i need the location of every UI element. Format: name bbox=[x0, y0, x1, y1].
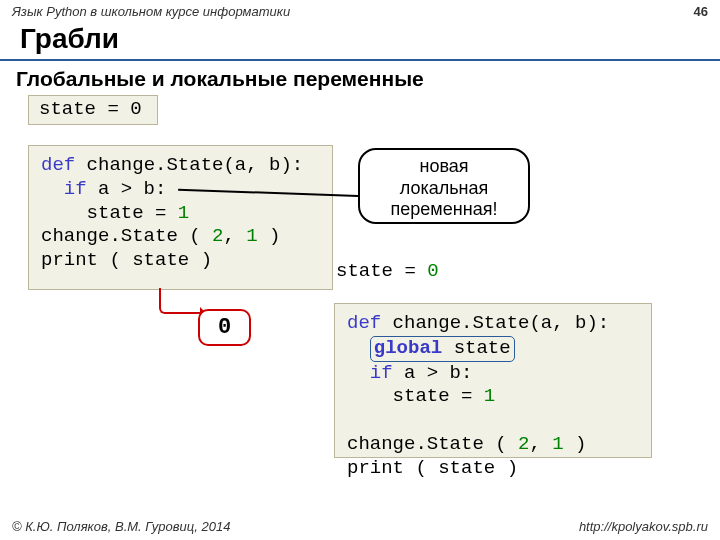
footer-url: http://kpolyakov.spb.ru bbox=[579, 519, 708, 534]
copyright: © К.Ю. Поляков, В.М. Гуровиц, 2014 bbox=[12, 519, 230, 534]
state-line-right: state = 0 bbox=[336, 260, 439, 282]
t: state bbox=[442, 337, 510, 359]
slide-subtitle: Глобальные и локальные переменные bbox=[0, 61, 720, 97]
t: print ( state ) bbox=[347, 457, 518, 479]
n: 2 bbox=[212, 225, 223, 247]
callout-line3: переменная! bbox=[360, 199, 528, 221]
kw: if bbox=[41, 178, 87, 200]
course-title: Язык Python в школьном курсе информатики bbox=[12, 4, 290, 19]
slide-footer: © К.Ю. Поляков, В.М. Гуровиц, 2014 http:… bbox=[12, 519, 708, 534]
t: state = bbox=[347, 385, 484, 407]
t: ) bbox=[564, 433, 587, 455]
t: state = bbox=[336, 260, 427, 282]
t: a > b: bbox=[393, 362, 473, 384]
t: change.State ( bbox=[41, 225, 212, 247]
n: 1 bbox=[246, 225, 257, 247]
slide-header: Язык Python в школьном курсе информатики… bbox=[0, 0, 720, 21]
t: , bbox=[529, 433, 552, 455]
global-highlight: global state bbox=[370, 336, 515, 362]
n: 1 bbox=[178, 202, 189, 224]
kw: global bbox=[374, 337, 442, 359]
t: change.State(a, b): bbox=[381, 312, 609, 334]
result-badge: 0 bbox=[198, 309, 251, 346]
page-number: 46 bbox=[694, 4, 708, 19]
callout-line2: локальная bbox=[360, 178, 528, 200]
t: change.State ( bbox=[347, 433, 518, 455]
n: 1 bbox=[552, 433, 563, 455]
kw: if bbox=[347, 362, 393, 384]
t: a > b: bbox=[87, 178, 167, 200]
code-state-init: state = 0 bbox=[28, 95, 158, 125]
code-right-main: def change.State(a, b): global state if … bbox=[334, 303, 652, 458]
kw: def bbox=[41, 154, 75, 176]
t: print ( state ) bbox=[41, 249, 212, 271]
kw: def bbox=[347, 312, 381, 334]
n: 1 bbox=[484, 385, 495, 407]
t: , bbox=[223, 225, 246, 247]
callout-line1: новая bbox=[360, 156, 528, 178]
n: 2 bbox=[518, 433, 529, 455]
t: ) bbox=[258, 225, 281, 247]
n: 0 bbox=[427, 260, 438, 282]
callout-bubble: новая локальная переменная! bbox=[358, 148, 530, 224]
t: change.State(a, b): bbox=[75, 154, 303, 176]
code-left-main: def change.State(a, b): if a > b: state … bbox=[28, 145, 333, 290]
t: state = bbox=[41, 202, 178, 224]
slide-title: Грабли bbox=[0, 21, 720, 61]
code-text: state = 0 bbox=[39, 98, 142, 120]
